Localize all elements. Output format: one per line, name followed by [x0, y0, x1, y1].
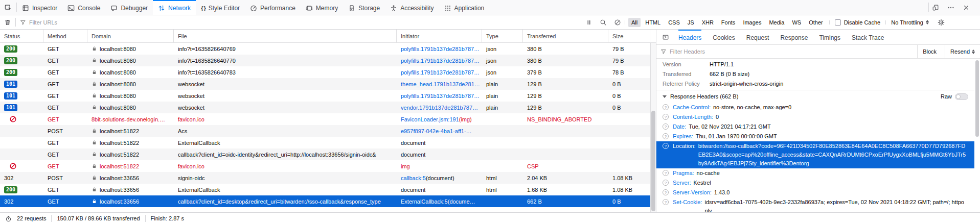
header-help-icon[interactable]: ? [663, 189, 669, 195]
request-row[interactable]: 302GETlocalhost:33656callback?client_id=… [0, 195, 650, 207]
details-tab-response[interactable]: Response [780, 30, 808, 44]
column-header-size[interactable]: Size [608, 30, 650, 42]
table-scrollbar-thumb[interactable] [651, 111, 655, 211]
filter-type-all[interactable]: All [628, 18, 641, 27]
details-tab-request[interactable]: Request [746, 30, 769, 44]
clear-requests-button[interactable] [0, 19, 15, 26]
raw-toggle[interactable] [955, 93, 968, 100]
column-header-initiator[interactable]: Initiator [397, 30, 482, 42]
block-button[interactable]: Block [917, 45, 942, 58]
header-row-date[interactable]: ?DateTue, 02 Nov 2021 04:17:21 GMT [656, 122, 974, 132]
transferred-text: 379 B [527, 69, 542, 76]
details-tab-cookies[interactable]: Cookies [713, 30, 735, 44]
initiator-link[interactable]: polyfills.1791b137de281b787… [401, 69, 480, 76]
disable-cache-checkbox[interactable] [835, 19, 841, 26]
request-blocking-icon[interactable] [610, 19, 625, 26]
filter-type-js[interactable]: JS [685, 18, 697, 27]
initiator-link[interactable]: polyfills.1791b137de281b787… [401, 93, 480, 99]
tab-console[interactable]: Console [62, 0, 105, 15]
filter-urls-input[interactable] [29, 19, 169, 26]
filter-type-xhr[interactable]: XHR [699, 18, 717, 27]
details-scrollbar[interactable] [974, 45, 980, 212]
header-help-icon[interactable]: ? [663, 170, 669, 176]
request-row[interactable]: 302POSTlocalhost:33656signin-oidccallbac… [0, 172, 650, 184]
filter-type-ws[interactable]: WS [789, 18, 804, 27]
request-row[interactable]: 200GETlocalhost:8080info?t=1635826640770… [0, 55, 650, 66]
tab-inspector[interactable]: Inspector [17, 0, 62, 15]
column-header-file[interactable]: File [174, 30, 397, 42]
header-row-location[interactable]: ?Locationbitwarden://sso-callback?code=9… [656, 141, 974, 168]
column-header-method[interactable]: Method [43, 30, 87, 42]
initiator-link[interactable]: vendor.1791b137de281b787… [401, 105, 478, 111]
initiator-link[interactable]: polyfills.1791b137de281b787… [401, 46, 480, 52]
header-row-cache-control[interactable]: ?Cache-Controlno-store, no-cache, max-ag… [656, 103, 974, 112]
column-header-domain[interactable]: Domain [87, 30, 174, 42]
initiator-link[interactable]: theme_head.1791b137de281… [401, 81, 480, 87]
tab-accessibility[interactable]: Accessibility [385, 0, 439, 15]
header-help-icon[interactable]: ? [663, 104, 669, 110]
details-tab-stack-trace[interactable]: Stack Trace [852, 30, 884, 44]
tab-style-editor[interactable]: { }Style Editor [196, 0, 245, 15]
header-row-server-version[interactable]: ?Server-Version1.43.0 [656, 188, 974, 197]
search-icon[interactable] [596, 19, 610, 26]
filter-type-fonts[interactable]: Fonts [718, 18, 739, 27]
network-settings-gear-icon[interactable] [934, 19, 948, 26]
header-row-expires[interactable]: ?ExpiresThu, 01 Jan 1970 00:00:00 GMT [656, 132, 974, 141]
initiator-link[interactable]: e957f897-042e-4ba1-aff1-… [401, 128, 472, 134]
request-row[interactable]: 101GETlocalhost:8080websocketvendor.1791… [0, 102, 650, 113]
request-row[interactable]: 200GETlocalhost:8080info?t=1635826640783… [0, 66, 650, 78]
tab-storage[interactable]: Storage [343, 0, 385, 15]
header-help-icon[interactable]: ? [663, 114, 669, 120]
header-row-content-length[interactable]: ?Content-Length0 [656, 112, 974, 122]
header-help-icon[interactable]: ? [663, 123, 669, 130]
filter-type-html[interactable]: HTML [642, 18, 664, 27]
column-header-type[interactable]: Type [482, 30, 523, 42]
header-help-icon[interactable]: ? [663, 143, 669, 149]
initiator-link[interactable]: polyfills.1791b137de281b787… [401, 58, 480, 64]
disable-cache-label[interactable]: Disable Cache [844, 19, 881, 26]
request-row[interactable]: GETlocalhost:51822callback?client_id=oid… [0, 148, 650, 160]
table-scrollbar[interactable] [650, 43, 656, 212]
column-header-transferred[interactable]: Transferred [523, 30, 608, 42]
request-row[interactable]: GET8bit-solutions-dev.onelogin.…favicon.… [0, 113, 650, 125]
header-help-icon[interactable]: ? [663, 180, 669, 186]
details-scrollbar-thumb[interactable] [975, 60, 979, 137]
split-panel-toggle-icon[interactable] [658, 30, 673, 44]
request-row[interactable]: POSTlocalhost:51822Acse957f897-042e-4ba1… [0, 125, 650, 137]
details-tab-headers[interactable]: Headers [678, 30, 701, 44]
close-icon[interactable] [960, 4, 973, 11]
header-row-set-cookie[interactable]: ?Set-Cookieidsrv=adf6cba1-7075-402b-9ec3… [656, 197, 974, 212]
tab-network[interactable]: Network [153, 0, 196, 15]
meatball-menu-icon[interactable] [944, 4, 958, 11]
request-row[interactable]: GETlocalhost:51822favicon.icoimgCSP [0, 160, 650, 172]
details-tab-timings[interactable]: Timings [819, 30, 840, 44]
tab-debugger[interactable]: Debugger [105, 0, 153, 15]
throttling-dropdown[interactable]: No Throttling [886, 19, 934, 26]
tab-memory[interactable]: Memory [301, 0, 343, 15]
tab-performance[interactable]: Performance [245, 0, 301, 15]
filter-type-media[interactable]: Media [766, 18, 787, 27]
header-row-server[interactable]: ?ServerKestrel [656, 178, 974, 188]
request-row[interactable]: 200GETlocalhost:33656ExternalCallbackdoc… [0, 184, 650, 195]
initiator-link[interactable]: FaviconLoader.jsm:191 [401, 116, 459, 122]
header-row-pragma[interactable]: ?Pragmano-cache [656, 168, 974, 178]
tab-application[interactable]: Application [439, 0, 490, 15]
request-row[interactable]: 101GETlocalhost:8080websockettheme_head.… [0, 78, 650, 90]
header-help-icon[interactable]: ? [663, 133, 669, 139]
filter-headers-input[interactable] [670, 48, 914, 55]
column-header-status[interactable]: Status [0, 30, 43, 42]
element-picker-button[interactable] [0, 0, 16, 15]
header-help-icon[interactable]: ? [663, 199, 669, 205]
filter-type-images[interactable]: Images [740, 18, 764, 27]
request-row[interactable]: GETlocalhost:51822ExternalCallbackdocume… [0, 137, 650, 148]
filter-type-other[interactable]: Other [806, 18, 826, 27]
pause-recording-icon[interactable] [582, 19, 596, 26]
initiator-link[interactable]: ExternalCallback:5 [401, 198, 448, 205]
initiator-link[interactable]: callback:5 [401, 175, 426, 181]
method-text: GET [48, 198, 59, 205]
request-row[interactable]: 200GETlocalhost:8080info?t=1635826640769… [0, 43, 650, 55]
filter-type-css[interactable]: CSS [665, 18, 683, 27]
response-headers-section[interactable]: Response Headers (662 B) Raw [656, 90, 974, 103]
request-row[interactable]: 101GETlocalhost:8080websocketpolyfills.1… [0, 90, 650, 102]
responsive-design-icon[interactable] [929, 4, 942, 11]
